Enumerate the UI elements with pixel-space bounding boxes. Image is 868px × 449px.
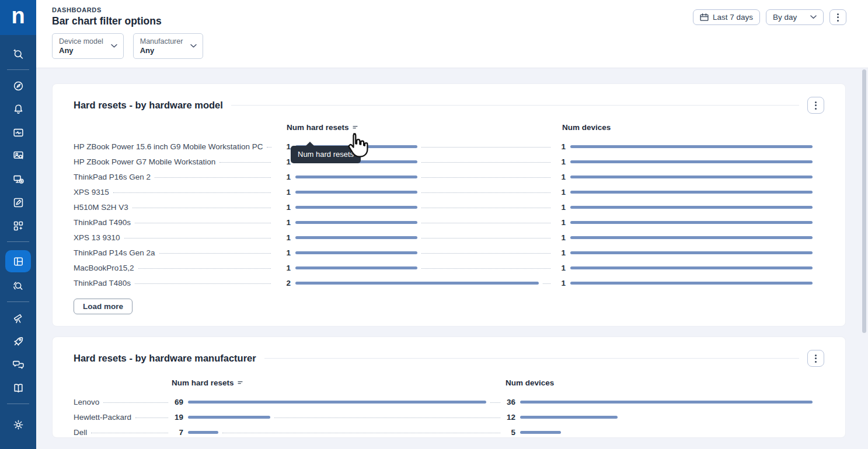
date-range-button[interactable]: Last 7 days	[693, 9, 760, 25]
sidebar-item-training[interactable]	[5, 306, 31, 329]
hard-resets-bar-zone	[295, 191, 550, 194]
sidebar-item-getting-started[interactable]	[5, 74, 31, 97]
hard-resets-bar-zone	[188, 401, 500, 404]
filter-value: Any	[140, 46, 183, 55]
dashboards-icon	[12, 255, 25, 268]
devices-bar	[520, 431, 561, 434]
sidebar-divider	[7, 241, 29, 242]
card-kebab-menu-button[interactable]	[807, 350, 824, 367]
sidebar-item-community[interactable]	[5, 353, 31, 376]
ninjaone-logo[interactable]: n	[0, 0, 36, 35]
filter-value: Any	[59, 46, 103, 55]
devices-bar-zone	[570, 221, 813, 224]
sidebar-item-remote-support[interactable]	[5, 144, 31, 167]
devices-bar	[570, 145, 813, 148]
hard-resets-bar-zone	[295, 266, 550, 269]
manufacturer-filter[interactable]: Manufacturer Any	[133, 33, 204, 59]
logo-letter: n	[11, 5, 25, 27]
hard-resets-bar-zone	[295, 221, 550, 224]
column-header-devices[interactable]: Num devices	[562, 123, 611, 132]
sidebar-item-apps[interactable]	[5, 214, 31, 237]
devices-value: 36	[500, 398, 515, 406]
card-header: Hard resets - by hardware model	[74, 97, 824, 114]
chart-rows: Lenovo6936Hewlett-Packard1912Dell75	[74, 394, 824, 438]
sidebar-divider	[7, 69, 29, 70]
column-header-hard-resets[interactable]: Num hard resets	[287, 123, 562, 132]
dotted-leader	[103, 402, 168, 403]
devices-value: 1	[550, 248, 566, 257]
row-label: ThinkPad P16s Gen 2	[74, 173, 151, 181]
devices-bar-zone	[570, 236, 813, 239]
devices-value: 1	[550, 218, 566, 227]
dotted-leader	[133, 208, 271, 208]
page-kebab-menu-button[interactable]	[829, 9, 846, 25]
date-range-label: Last 7 days	[713, 13, 753, 22]
hard-resets-value: 19	[173, 413, 183, 422]
devices-value: 1	[550, 279, 566, 287]
column-header-hard-resets[interactable]: Num hard resets	[172, 378, 506, 387]
hard-resets-bar	[295, 191, 417, 194]
devices-value: 1	[550, 188, 566, 197]
card-title-divider	[264, 358, 799, 359]
devices-bar-zone	[520, 431, 813, 434]
dotted-leader	[155, 177, 271, 178]
hard-resets-value: 1	[276, 142, 291, 151]
row-label: Lenovo	[74, 398, 99, 406]
card-title-divider	[231, 105, 799, 106]
dotted-leader	[138, 268, 271, 269]
dotted-leader	[421, 253, 550, 254]
vertical-scrollbar-thumb[interactable]	[862, 69, 866, 333]
dotted-leader	[135, 418, 168, 418]
sidebar-item-alerts[interactable]	[5, 97, 31, 121]
devices-bar	[570, 266, 813, 269]
hard-resets-value: 1	[276, 157, 291, 166]
hard-resets-bar	[295, 206, 417, 209]
sidebar-item-administration[interactable]	[5, 413, 31, 436]
dotted-leader	[421, 223, 550, 223]
devices-value: 1	[550, 203, 566, 212]
hard-resets-bar	[295, 251, 417, 254]
hard-resets-value: 1	[276, 218, 291, 227]
row-label: H510M S2H V3	[74, 203, 128, 212]
sidebar-item-devices[interactable]	[5, 167, 31, 191]
chart-row: H510M S2H V311	[74, 199, 813, 215]
dotted-leader	[222, 433, 500, 433]
chart-column-headers: Num hard resets Num devices	[74, 123, 813, 132]
dotted-leader	[421, 208, 550, 208]
devices-value: 12	[500, 413, 515, 422]
dotted-leader	[543, 283, 550, 284]
sidebar-item-product-updates[interactable]	[5, 329, 31, 353]
query-search-icon	[12, 280, 25, 292]
hard-resets-value: 1	[276, 173, 291, 181]
apps-grid-icon	[12, 220, 25, 232]
hard-resets-bar-zone	[295, 251, 550, 254]
devices-bar-zone	[570, 266, 813, 269]
load-more-button[interactable]: Load more	[74, 299, 133, 314]
tasks-edit-icon	[12, 197, 25, 209]
sidebar-item-dashboards-active[interactable]	[5, 250, 31, 272]
sidebar-item-documentation[interactable]	[5, 376, 31, 399]
sidebar-item-queries[interactable]	[5, 274, 31, 297]
dotted-leader	[421, 177, 550, 178]
interval-select[interactable]: By day	[766, 9, 824, 25]
sidebar-item-tasks[interactable]	[5, 191, 31, 214]
devices-bar-zone	[570, 176, 813, 178]
hard-resets-bar-zone	[188, 431, 500, 434]
chart-row: HP ZBook Power 15.6 inch G9 Mobile Works…	[74, 139, 813, 154]
sidebar-item-activities[interactable]	[5, 121, 31, 144]
sidebar: n	[0, 0, 36, 449]
dotted-leader	[91, 433, 168, 433]
card-title: Hard resets - by hardware manufacturer	[74, 353, 256, 364]
devices-bar	[570, 176, 813, 178]
devices-bar	[570, 251, 813, 254]
devices-value: 1	[550, 264, 566, 272]
hard-resets-value: 1	[276, 233, 291, 242]
column-header-devices[interactable]: Num devices	[506, 378, 554, 387]
card-kebab-menu-button[interactable]	[807, 97, 824, 114]
row-label: HP ZBook Power G7 Mobile Workstation	[74, 157, 215, 166]
device-model-filter[interactable]: Device model Any	[52, 33, 124, 59]
devices-bar	[570, 206, 813, 209]
hard-resets-bar-zone	[295, 176, 550, 178]
sidebar-item-ai-search[interactable]	[5, 42, 31, 65]
dotted-leader	[219, 162, 271, 163]
